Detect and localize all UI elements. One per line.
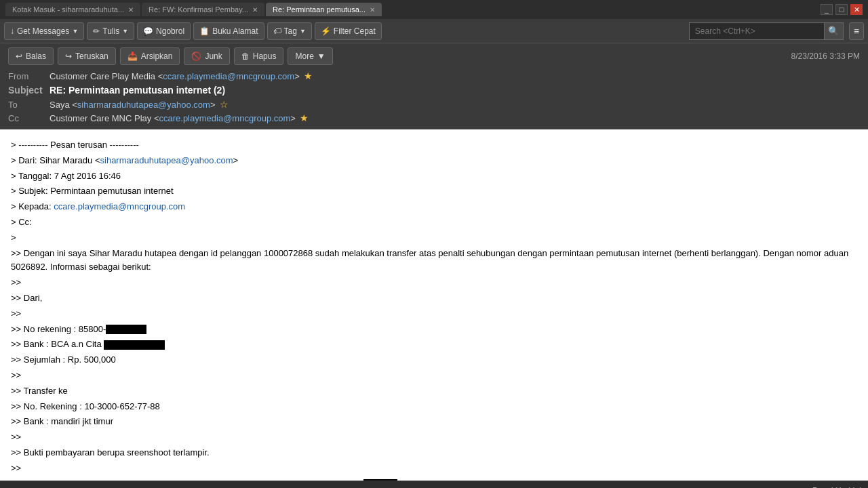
junk-button[interactable]: 🚫 Junk — [184, 47, 229, 65]
status-bar: Panel Hari Ini — [0, 481, 868, 488]
tab-fw[interactable]: Re: FW: Konfirmasi Pembay... ✕ — [142, 3, 264, 16]
delete-label: Hapus — [253, 52, 277, 61]
forward-icon: ↪ — [65, 52, 72, 61]
tag-label: Tag — [284, 26, 297, 36]
subject-label: Subject — [8, 85, 45, 96]
bukti-line: >> Bukti pembayaran berupa sreenshoot te… — [11, 445, 857, 461]
delete-icon: 🗑 — [241, 52, 250, 61]
to-star-icon[interactable]: ☆ — [220, 99, 229, 110]
forward-button[interactable]: ↪ Teruskan — [58, 47, 116, 65]
subjek-line: > Subjek: Permintaan pemutusan internet — [11, 184, 857, 199]
sejumlah-line: >> Sejumlah : Rp. 500,000 — [11, 352, 857, 368]
junk-icon: 🚫 — [191, 52, 201, 61]
blank1: > — [11, 230, 857, 246]
to-row: To Saya <siharmaraduhutapea@yahoo.com> ☆ — [8, 98, 860, 111]
close-button[interactable]: ✕ — [850, 4, 863, 15]
search-area: 🔍 — [689, 22, 844, 40]
demikian-prefix: >> Demikian informasi dari saya. Saya tu… — [11, 479, 363, 481]
menu-button[interactable]: ≡ — [849, 22, 864, 40]
filter-button[interactable]: ⚡ Filter Cepat — [315, 22, 382, 40]
filter-label: Filter Cepat — [334, 26, 376, 36]
action-bar: ↩ Balas ↪ Teruskan 📥 Arsipkan 🚫 Junk 🗑 H… — [8, 47, 860, 65]
chat-button[interactable]: 💬 Ngobrol — [137, 22, 191, 40]
archive-button[interactable]: 📥 Arsipkan — [120, 47, 180, 65]
title-bar-left: Kotak Masuk - siharmaraduhuta... ✕ Re: F… — [5, 3, 382, 16]
compose-button[interactable]: ✏ Tulis ▼ — [87, 22, 134, 40]
intro-line: >> Dengan ini saya Sihar Maradu hutapea … — [11, 246, 857, 276]
compose-icon: ✏ — [93, 26, 100, 36]
from-star-icon[interactable]: ★ — [304, 70, 313, 81]
cc-name: Customer Care MNC Play — [50, 113, 151, 123]
cc-email-link[interactable]: ccare.playmedia@mncgroup.com — [159, 113, 290, 123]
blank3: >> — [11, 306, 857, 322]
archive-label: Arsipkan — [141, 52, 173, 61]
to-name: Saya — [50, 100, 70, 110]
demikian-suffix: segera. — [397, 479, 427, 481]
transfer-ke-line: >> Transfer ke — [11, 384, 857, 399]
address-book-button[interactable]: 📋 Buku Alamat — [193, 22, 264, 40]
more-label: More — [295, 52, 313, 61]
more-arrow: ▼ — [317, 52, 326, 61]
no-rekening-prefix: >> No rekening : 85800- — [11, 324, 106, 334]
forward-label: Teruskan — [75, 52, 108, 61]
get-messages-arrow: ▼ — [72, 28, 78, 35]
cc-star-icon[interactable]: ★ — [300, 113, 309, 123]
blank4: >> — [11, 368, 857, 384]
cc-label: Cc — [8, 113, 45, 123]
from-email-link[interactable]: ccare.playmedia@mncgroup.com — [163, 71, 294, 81]
tab-re-label: Re: Permintaan pemutusa... — [273, 5, 366, 14]
tab-re-close[interactable]: ✕ — [370, 6, 375, 14]
address-book-label: Buku Alamat — [212, 26, 258, 36]
delete-button[interactable]: 🗑 Hapus — [234, 47, 284, 65]
from-label: From — [8, 71, 45, 81]
junk-label: Junk — [205, 52, 222, 61]
to-email-link[interactable]: siharmaraduhutapea@yahoo.com — [77, 100, 210, 110]
tag-icon: 🏷 — [273, 26, 281, 36]
panel-label: Panel Hari Ini — [812, 486, 861, 489]
from-row: From Customer Care Play Media <ccare.pla… — [8, 69, 860, 83]
get-messages-icon: ↓ — [10, 26, 14, 36]
email-header: ↩ Balas ↪ Teruskan 📥 Arsipkan 🚫 Junk 🗑 H… — [0, 43, 868, 129]
tab-re[interactable]: Re: Permintaan pemutusa... ✕ — [266, 3, 382, 16]
from-line: > Dari: Sihar Maradu <siharmaraduhutapea… — [11, 153, 857, 169]
dari-label: >> Dari, — [11, 291, 857, 306]
filter-icon: ⚡ — [321, 26, 331, 36]
demikian-redacted — [363, 479, 397, 481]
subject-row: Subject RE: Permintaan pemutusan interne… — [8, 83, 860, 98]
kepada-line: > Kepada: ccare.playmedia@mncgroup.com — [11, 199, 857, 215]
to-label: To — [8, 100, 45, 110]
minimize-button[interactable]: _ — [821, 4, 833, 15]
bank-prefix: >> Bank : BCA a.n Cita — [11, 339, 104, 349]
get-messages-button[interactable]: ↓ Get Messages ▼ — [4, 22, 84, 40]
tab-inbox[interactable]: Kotak Masuk - siharmaraduhuta... ✕ — [5, 3, 140, 16]
search-input[interactable] — [689, 22, 825, 40]
from-email-body-link[interactable]: siharmaraduhutapea@yahoo.com — [100, 155, 233, 165]
title-tabs: Kotak Masuk - siharmaraduhuta... ✕ Re: F… — [5, 3, 382, 16]
get-messages-label: Get Messages — [17, 26, 69, 36]
address-book-icon: 📋 — [199, 26, 210, 36]
tab-fw-close[interactable]: ✕ — [252, 6, 258, 14]
archive-icon: 📥 — [127, 52, 138, 61]
reply-icon: ↩ — [16, 52, 22, 61]
tag-button[interactable]: 🏷 Tag ▼ — [267, 22, 312, 40]
chat-label: Ngobrol — [156, 26, 184, 36]
kepada-email-link[interactable]: ccare.playmedia@mncgroup.com — [54, 201, 185, 211]
title-bar: Kotak Masuk - siharmaraduhuta... ✕ Re: F… — [0, 0, 868, 19]
reply-button[interactable]: ↩ Balas — [8, 47, 54, 65]
reply-label: Balas — [26, 52, 46, 61]
email-fields: From Customer Care Play Media <ccare.pla… — [8, 69, 860, 125]
email-body[interactable]: > ---------- Pesan terusan ---------- > … — [0, 129, 868, 481]
subject-value: RE: Permintaan pemutusan internet (2) — [50, 85, 225, 96]
restore-button[interactable]: □ — [835, 4, 848, 15]
blank2: >> — [11, 275, 857, 291]
cc-body-line: > Cc: — [11, 215, 857, 230]
tab-inbox-close[interactable]: ✕ — [128, 6, 134, 14]
search-button[interactable]: 🔍 — [825, 22, 844, 40]
compose-label: Tulis — [102, 26, 119, 36]
from-name: Customer Care Play Media — [50, 71, 155, 81]
more-button[interactable]: More ▼ — [288, 47, 332, 65]
blank5: >> — [11, 430, 857, 445]
chat-icon: 💬 — [143, 26, 153, 36]
cc-value: Customer Care MNC Play <ccare.playmedia@… — [50, 113, 296, 123]
no-rekening-redacted — [106, 325, 146, 334]
